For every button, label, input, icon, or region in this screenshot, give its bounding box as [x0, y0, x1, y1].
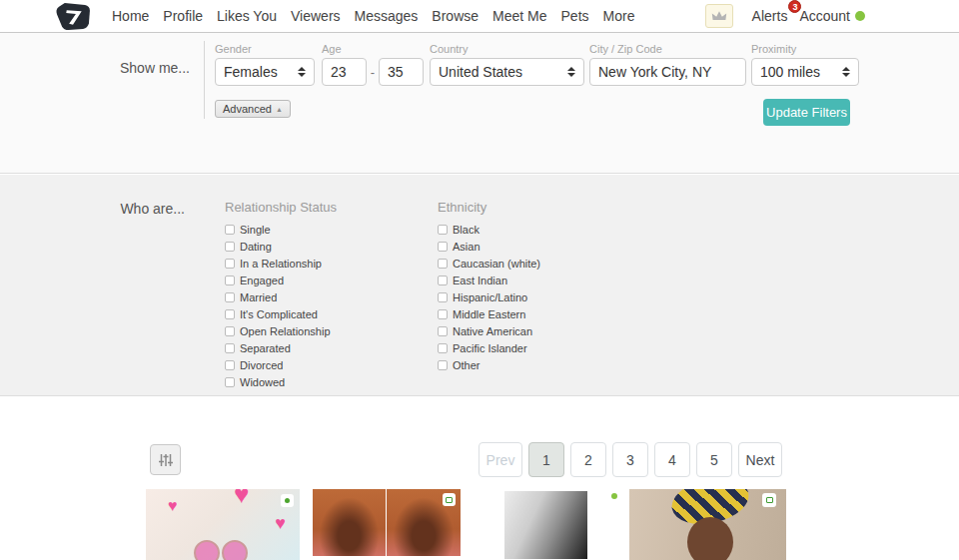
account-label: Account	[799, 8, 850, 24]
nav-item[interactable]: Likes You	[210, 8, 284, 24]
checkbox[interactable]	[225, 259, 235, 269]
relationship-checkbox-item[interactable]: Engaged	[225, 275, 337, 285]
checkbox[interactable]	[438, 276, 448, 285]
ethnicity-checkbox-item[interactable]: Black	[438, 224, 540, 235]
ethnicity-checkbox-item[interactable]: Caucasian (white)	[438, 258, 540, 269]
pagination-pages: 1 2 3 4 5	[528, 442, 732, 477]
age-max-input[interactable]	[379, 58, 424, 86]
checkbox-label: Caucasian (white)	[453, 258, 540, 270]
checkbox[interactable]	[438, 225, 448, 235]
account-link[interactable]: Account	[799, 8, 850, 24]
checkbox[interactable]	[225, 360, 235, 370]
checkbox-label: Middle Eastern	[453, 308, 525, 320]
checkbox[interactable]	[225, 276, 235, 285]
relationship-checkbox-item[interactable]: Single	[225, 224, 337, 235]
pagination-page-button[interactable]: 3	[612, 442, 648, 477]
who-are-section: Who are... Relationship Status Single Da…	[0, 175, 959, 396]
relationship-checkbox-item[interactable]: It's Complicated	[225, 308, 337, 319]
online-status-dot	[611, 493, 617, 499]
checkbox[interactable]	[225, 225, 235, 235]
nav-item[interactable]: Browse	[425, 8, 485, 24]
country-select[interactable]: United States	[430, 58, 584, 86]
nav-item[interactable]: Pets	[554, 8, 596, 24]
relationship-checkbox-item[interactable]: Separated	[225, 342, 337, 353]
ethnicity-checkbox-item[interactable]: Other	[438, 359, 540, 370]
nav-item[interactable]: Home	[105, 8, 156, 24]
camera-icon	[446, 497, 453, 503]
ethnicity-checkbox-item[interactable]: East Indian	[438, 275, 540, 285]
gender-select[interactable]: Females	[215, 58, 315, 86]
nav-item[interactable]: Profile	[156, 8, 210, 24]
nav-right-group: Alerts 3 Account	[705, 4, 865, 28]
pagination-page-button[interactable]: 5	[696, 442, 732, 477]
filters-divider	[204, 41, 205, 119]
country-value: United States	[439, 64, 522, 80]
pagination-page-button[interactable]: 2	[570, 442, 606, 477]
checkbox-label: Widowed	[240, 376, 285, 388]
ethnicity-checkbox-item[interactable]: Asian	[438, 241, 540, 252]
checkbox-label: Open Relationship	[240, 325, 331, 337]
select-stepper-icon	[842, 67, 850, 77]
ethnicity-checkbox-item[interactable]: Native American	[438, 325, 540, 336]
checkbox-label: Engaged	[240, 275, 284, 286]
nav-item[interactable]: Messages	[348, 8, 426, 24]
relationship-checkbox-item[interactable]: Divorced	[225, 359, 337, 370]
profile-photo-thumbnail[interactable]	[313, 489, 386, 556]
browse-page: Home Profile Likes You Viewers Messages …	[0, 0, 959, 560]
ethnicity-checkbox-item[interactable]: Pacific Islander	[438, 342, 540, 353]
relationship-checkbox-item[interactable]: Open Relationship	[225, 325, 337, 336]
relationship-checkbox-item[interactable]: Married	[225, 291, 337, 302]
ethnicity-checkbox-item[interactable]: Middle Eastern	[438, 308, 540, 319]
checkbox[interactable]	[438, 259, 448, 269]
select-stepper-icon	[298, 67, 306, 77]
relationship-checkbox-item[interactable]: In a Relationship	[225, 258, 337, 269]
nav-item[interactable]: Viewers	[284, 8, 348, 24]
profile-photo-thumbnail[interactable]	[387, 489, 461, 556]
checkbox[interactable]	[225, 326, 235, 336]
checkbox[interactable]	[225, 242, 235, 252]
tagged-logo[interactable]	[55, 2, 92, 31]
ethnicity-checkbox-item[interactable]: Hispanic/Latino	[438, 291, 540, 302]
nav-item[interactable]: More	[596, 8, 642, 24]
proximity-select[interactable]: 100 miles	[751, 58, 859, 86]
checkbox-label: Single	[240, 224, 271, 236]
age-range-dash: -	[367, 65, 379, 80]
camera-badge	[443, 493, 456, 506]
profile-photo-thumbnail[interactable]	[504, 491, 587, 559]
profile-photo-thumbnail[interactable]: ♥ ♥ ♥	[146, 489, 300, 560]
checkbox-label: Married	[240, 291, 277, 303]
advanced-toggle-button[interactable]: Advanced ▲	[215, 100, 291, 118]
checkbox[interactable]	[225, 309, 235, 319]
checkbox[interactable]	[225, 377, 235, 387]
checkbox[interactable]	[438, 360, 448, 370]
checkbox[interactable]	[438, 292, 448, 302]
relationship-checkbox-item[interactable]: Widowed	[225, 376, 337, 387]
alerts-link[interactable]: Alerts 3	[752, 8, 800, 24]
relationship-status-heading: Relationship Status	[225, 200, 337, 215]
checkbox[interactable]	[438, 309, 448, 319]
checkbox[interactable]	[438, 343, 448, 353]
nav-item[interactable]: Meet Me	[485, 8, 553, 24]
pagination-prev-button[interactable]: Prev	[479, 442, 522, 477]
profile-photo-thumbnail[interactable]	[629, 489, 786, 560]
pagination-next-button[interactable]: Next	[738, 442, 782, 477]
relationship-checkbox-item[interactable]: Dating	[225, 241, 337, 252]
city-zip-input[interactable]	[589, 58, 746, 86]
pagination: Prev 1 2 3 4 5 Next	[479, 442, 782, 477]
premium-crown-button[interactable]	[705, 4, 733, 28]
age-min-input[interactable]	[322, 58, 367, 86]
pagination-page-button[interactable]: 4	[654, 442, 690, 477]
checkbox[interactable]	[225, 343, 235, 353]
checkbox[interactable]	[438, 242, 448, 252]
checkbox[interactable]	[225, 292, 235, 302]
camera-badge	[762, 493, 776, 507]
checkbox[interactable]	[438, 326, 448, 336]
search-filters-section: Show me... Gender Females Age - Country …	[0, 33, 959, 174]
update-filters-button[interactable]: Update Filters	[763, 99, 850, 126]
alerts-label: Alerts	[752, 8, 788, 24]
filter-toggle-button[interactable]	[150, 444, 181, 475]
country-label: Country	[430, 43, 584, 55]
online-status-dot	[855, 11, 865, 21]
ethnicity-options: Black Asian Caucasian (white) Ea	[438, 224, 540, 370]
pagination-page-button[interactable]: 1	[528, 442, 564, 477]
